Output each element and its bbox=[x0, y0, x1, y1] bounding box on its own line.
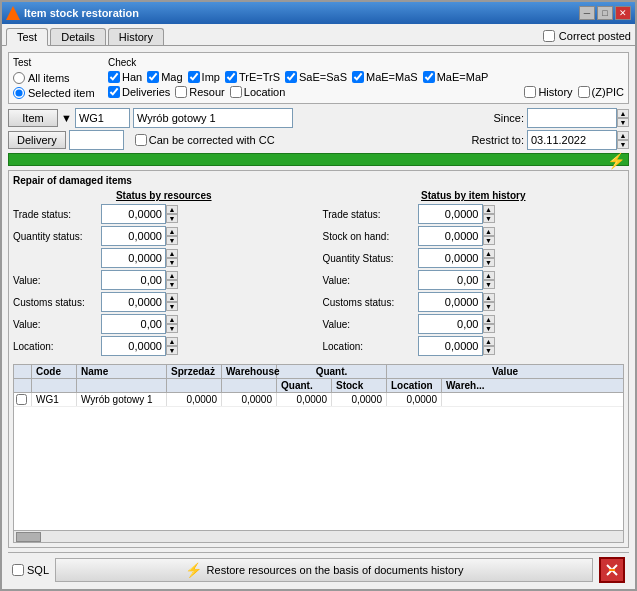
res-up-2[interactable]: ▲ bbox=[166, 249, 178, 258]
check-resour-input[interactable] bbox=[175, 86, 187, 98]
check-history-input[interactable] bbox=[524, 86, 536, 98]
check-trts[interactable]: TrE=TrS bbox=[225, 71, 280, 83]
delivery-code-input[interactable] bbox=[69, 130, 124, 150]
res-down-1[interactable]: ▼ bbox=[166, 236, 178, 245]
hist-input-4[interactable] bbox=[418, 292, 483, 312]
check-mag-input[interactable] bbox=[147, 71, 159, 83]
res-down-5[interactable]: ▼ bbox=[166, 324, 178, 333]
res-up-3[interactable]: ▲ bbox=[166, 271, 178, 280]
res-up-4[interactable]: ▲ bbox=[166, 293, 178, 302]
scrollbar-thumb[interactable] bbox=[16, 532, 41, 542]
item-code-input[interactable] bbox=[75, 108, 130, 128]
hist-down-6[interactable]: ▼ bbox=[483, 346, 495, 355]
tab-test[interactable]: Test bbox=[6, 28, 48, 46]
hist-up-6[interactable]: ▲ bbox=[483, 337, 495, 346]
check-trts-input[interactable] bbox=[225, 71, 237, 83]
restore-button[interactable]: ⚡ Restore resources on the basis of docu… bbox=[55, 558, 593, 582]
item-name-input[interactable] bbox=[133, 108, 293, 128]
hist-down-3[interactable]: ▼ bbox=[483, 280, 495, 289]
check-han[interactable]: Han bbox=[108, 71, 142, 83]
hist-input-0[interactable] bbox=[418, 204, 483, 224]
check-location[interactable]: Location bbox=[230, 86, 286, 98]
check-resour[interactable]: Resour bbox=[175, 86, 224, 98]
res-input-3[interactable] bbox=[101, 270, 166, 290]
check-maes-input[interactable] bbox=[352, 71, 364, 83]
res-down-3[interactable]: ▼ bbox=[166, 280, 178, 289]
check-saes-input[interactable] bbox=[285, 71, 297, 83]
hist-up-2[interactable]: ▲ bbox=[483, 249, 495, 258]
check-deliveries-input[interactable] bbox=[108, 86, 120, 98]
res-input-1[interactable] bbox=[101, 226, 166, 246]
res-input-2[interactable] bbox=[101, 248, 166, 268]
res-down-4[interactable]: ▼ bbox=[166, 302, 178, 311]
hist-up-3[interactable]: ▲ bbox=[483, 271, 495, 280]
can-be-corrected-checkbox[interactable] bbox=[135, 134, 147, 146]
correct-posted-checkbox[interactable] bbox=[543, 30, 555, 42]
can-be-corrected-label[interactable]: Can be corrected with CC bbox=[135, 134, 275, 146]
check-han-input[interactable] bbox=[108, 71, 120, 83]
since-spin-down[interactable]: ▼ bbox=[617, 118, 629, 127]
item-button[interactable]: Item bbox=[8, 109, 58, 127]
maximize-button[interactable]: □ bbox=[597, 6, 613, 20]
status-columns: Status by resources Trade status: ▲▼ Qua… bbox=[13, 190, 624, 358]
hist-up-0[interactable]: ▲ bbox=[483, 205, 495, 214]
hist-input-5[interactable] bbox=[418, 314, 483, 334]
hist-input-6[interactable] bbox=[418, 336, 483, 356]
res-up-5[interactable]: ▲ bbox=[166, 315, 178, 324]
res-input-4[interactable] bbox=[101, 292, 166, 312]
hist-up-1[interactable]: ▲ bbox=[483, 227, 495, 236]
res-up-0[interactable]: ▲ bbox=[166, 205, 178, 214]
since-input[interactable] bbox=[527, 108, 617, 128]
row-checkbox[interactable] bbox=[16, 394, 27, 405]
check-zpic[interactable]: (Z)PIC bbox=[578, 86, 624, 98]
minimize-button[interactable]: ─ bbox=[579, 6, 595, 20]
hist-down-1[interactable]: ▼ bbox=[483, 236, 495, 245]
since-spin-up[interactable]: ▲ bbox=[617, 109, 629, 118]
res-up-6[interactable]: ▲ bbox=[166, 337, 178, 346]
tab-details[interactable]: Details bbox=[50, 28, 106, 45]
hist-input-2[interactable] bbox=[418, 248, 483, 268]
radio-selected-input[interactable] bbox=[13, 87, 25, 99]
hist-up-4[interactable]: ▲ bbox=[483, 293, 495, 302]
sql-label[interactable]: SQL bbox=[12, 564, 49, 576]
delivery-button[interactable]: Delivery bbox=[8, 131, 66, 149]
check-mag[interactable]: Mag bbox=[147, 71, 182, 83]
check-maes[interactable]: MaE=MaS bbox=[352, 71, 418, 83]
restrict-spin-down[interactable]: ▼ bbox=[617, 140, 629, 149]
res-input-0[interactable] bbox=[101, 204, 166, 224]
close-bottom-button[interactable] bbox=[599, 557, 625, 583]
item-arrow[interactable]: ▼ bbox=[61, 112, 72, 124]
check-location-input[interactable] bbox=[230, 86, 242, 98]
restrict-spin-up[interactable]: ▲ bbox=[617, 131, 629, 140]
hist-up-5[interactable]: ▲ bbox=[483, 315, 495, 324]
hist-down-4[interactable]: ▼ bbox=[483, 302, 495, 311]
table-header-1: Code Name Sprzedaż Warehouse Quant. Valu… bbox=[14, 365, 623, 379]
check-deliveries[interactable]: Deliveries bbox=[108, 86, 170, 98]
horizontal-scrollbar[interactable] bbox=[14, 530, 623, 542]
res-down-6[interactable]: ▼ bbox=[166, 346, 178, 355]
hist-input-3[interactable] bbox=[418, 270, 483, 290]
tab-history[interactable]: History bbox=[108, 28, 164, 45]
close-button[interactable]: ✕ bbox=[615, 6, 631, 20]
hist-input-1[interactable] bbox=[418, 226, 483, 246]
res-up-1[interactable]: ▲ bbox=[166, 227, 178, 236]
res-input-6[interactable] bbox=[101, 336, 166, 356]
hist-down-2[interactable]: ▼ bbox=[483, 258, 495, 267]
check-history[interactable]: History bbox=[524, 86, 572, 98]
sql-checkbox[interactable] bbox=[12, 564, 24, 576]
hist-down-0[interactable]: ▼ bbox=[483, 214, 495, 223]
hist-down-5[interactable]: ▼ bbox=[483, 324, 495, 333]
radio-all-input[interactable] bbox=[13, 72, 25, 84]
check-maep-input[interactable] bbox=[423, 71, 435, 83]
check-imp[interactable]: Imp bbox=[188, 71, 220, 83]
check-maep[interactable]: MaE=MaP bbox=[423, 71, 489, 83]
check-zpic-input[interactable] bbox=[578, 86, 590, 98]
res-down-0[interactable]: ▼ bbox=[166, 214, 178, 223]
res-label-4: Customs status: bbox=[13, 297, 101, 308]
check-imp-input[interactable] bbox=[188, 71, 200, 83]
res-input-5[interactable] bbox=[101, 314, 166, 334]
th2-name bbox=[77, 379, 167, 392]
res-down-2[interactable]: ▼ bbox=[166, 258, 178, 267]
restrict-input[interactable] bbox=[527, 130, 617, 150]
check-saes[interactable]: SaE=SaS bbox=[285, 71, 347, 83]
